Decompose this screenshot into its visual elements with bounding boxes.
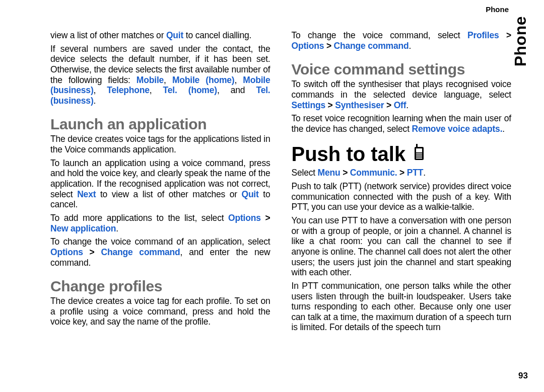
paragraph: To launch an application using a voice c… [50,158,270,210]
link-new-application: New application [50,223,116,233]
link-communic: Communic. [350,168,397,178]
walkie-talkie-icon [412,143,427,166]
svg-rect-5 [416,144,418,147]
link-change-command: Change command [101,247,180,257]
link-off: Off [394,100,406,110]
link-change-command: Change command [334,41,409,51]
svg-rect-3 [416,155,422,156]
paragraph: Select Menu > Communic. > PTT. [292,168,512,178]
paragraph: To change the voice command, select Prof… [292,30,512,51]
link-synthesiser: Synthesiser [335,100,384,110]
field-mobile: Mobile [137,75,164,85]
paragraph: view a list of other matches or Quit to … [50,30,270,41]
link-menu: Menu [318,168,341,178]
heading-launch-application: Launch an application [50,116,270,133]
link-settings: Settings [292,100,325,110]
paragraph: The device creates voice tags for the ap… [50,134,270,154]
svg-rect-2 [416,153,422,154]
paragraph: The device creates a voice tag for each … [50,296,270,327]
body-columns: view a list of other matches or Quit to … [50,30,511,362]
link-options: Options [50,247,83,257]
link-profiles: Profiles [467,30,499,40]
side-tab-label: Phone [511,16,530,66]
link-options: Options [292,41,324,51]
paragraph: If several numbers are saved under the c… [50,44,270,106]
paragraph: To change the voice command of an applic… [50,237,270,268]
paragraph: In PTT communication, one person talks w… [292,281,512,333]
header-section-label: Phone [486,5,509,14]
link-next: Next [77,189,96,199]
link-options: Options [228,213,261,223]
paragraph: You can use PTT to have a conversation w… [292,215,512,278]
paragraph: Push to talk (PTT) (network service) pro… [292,181,512,212]
field-mobile-home: Mobile (home) [172,75,235,85]
link-ptt: PTT [407,168,423,178]
page-number: 93 [518,371,528,381]
heading-voice-command-settings: Voice command settings [292,61,512,78]
page: Phone Phone view a list of other matches… [0,0,544,392]
heading-push-to-talk: Push to talk [292,143,512,166]
paragraph: To reset voice recognition learning when… [292,113,512,134]
field-telephone: Telephone [107,85,149,95]
link-quit: Quit [241,189,258,199]
svg-rect-4 [416,158,422,159]
field-tel-home: Tel. (home) [163,85,217,95]
paragraph: To add more applications to the list, se… [50,213,270,233]
paragraph: To switch off the synthesiser that plays… [292,79,512,110]
heading-change-profiles: Change profiles [50,278,270,295]
link-quit: Quit [166,30,183,40]
link-remove-voice-adapts: Remove voice adapts. [412,124,502,134]
svg-rect-1 [416,148,422,152]
